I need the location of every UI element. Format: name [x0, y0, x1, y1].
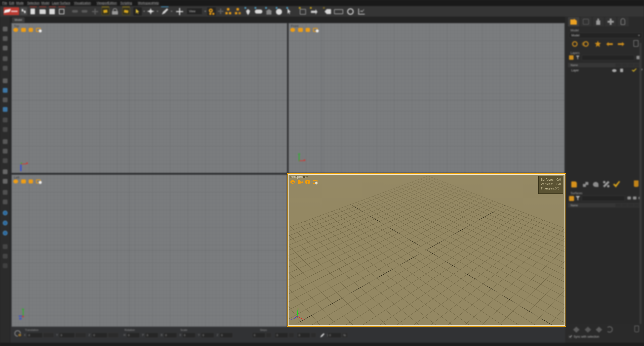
svg-text:z: z	[291, 318, 292, 321]
svg-text:x: x	[302, 318, 304, 321]
svg-text:y: y	[297, 308, 299, 311]
